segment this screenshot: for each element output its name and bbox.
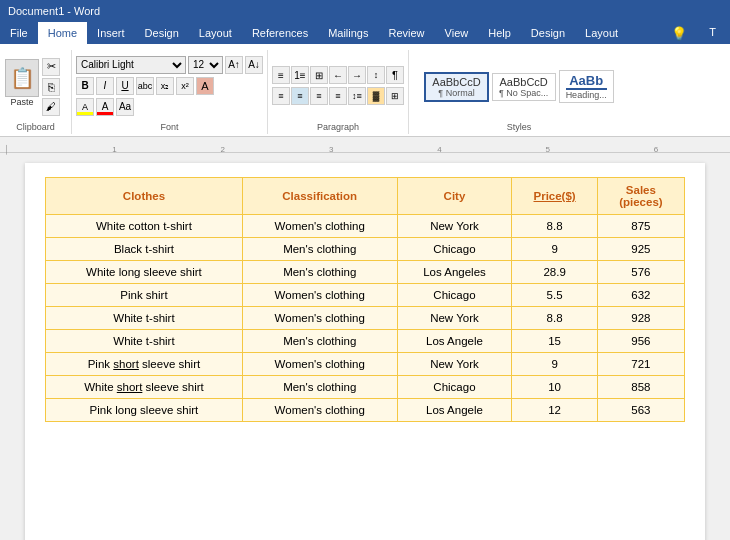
cell-city: New York [397, 307, 512, 330]
menu-layout[interactable]: Layout [189, 22, 242, 44]
numbering-button[interactable]: 1≡ [291, 66, 309, 84]
cell-sales: 721 [597, 353, 684, 376]
title-text: Document1 - Word [8, 5, 100, 17]
data-table: Clothes Classification City Price($) Sal… [45, 177, 685, 422]
paragraph-section: ≡ 1≡ ⊞ ← → ↕ ¶ ≡ ≡ ≡ ≡ ↕≡ ▓ ⊞ [268, 50, 409, 134]
cell-classification: Men's clothing [242, 238, 397, 261]
menu-light-icon[interactable]: 💡 [661, 24, 697, 43]
cell-classification: Women's clothing [242, 307, 397, 330]
cell-city: Chicago [397, 238, 512, 261]
cell-clothes: White long sleeve shirt [46, 261, 243, 284]
cell-city: Chicago [397, 284, 512, 307]
cell-city: New York [397, 215, 512, 238]
bold-button[interactable]: B [76, 77, 94, 95]
font-name-select[interactable]: Calibri Light [76, 56, 186, 74]
styles-controls: AaBbCcD ¶ Normal AaBbCcD ¶ No Spac... Aa… [413, 52, 625, 121]
style-nospace[interactable]: AaBbCcD ¶ No Spac... [492, 73, 556, 101]
font-controls: Calibri Light 12 A↑ A↓ B I U abc x₂ x² A [76, 52, 263, 121]
decrease-font-button[interactable]: A↓ [245, 56, 263, 74]
line-spacing-button[interactable]: ↕≡ [348, 87, 366, 105]
menu-extra[interactable]: T [699, 24, 726, 40]
cell-city: New York [397, 353, 512, 376]
italic-button[interactable]: I [96, 77, 114, 95]
cell-clothes: White t-shirt [46, 307, 243, 330]
cell-sales: 858 [597, 376, 684, 399]
align-right-button[interactable]: ≡ [310, 87, 328, 105]
table-row: Pink shirtWomen's clothingChicago5.5632 [46, 284, 685, 307]
header-sales: Sales(pieces) [597, 178, 684, 215]
menu-insert[interactable]: Insert [87, 22, 135, 44]
font-section: Calibri Light 12 A↑ A↓ B I U abc x₂ x² A [72, 50, 268, 134]
styles-section: AaBbCcD ¶ Normal AaBbCcD ¶ No Spac... Aa… [409, 50, 629, 134]
format-painter-button[interactable]: 🖌 [42, 98, 60, 116]
clipboard-label: Clipboard [4, 121, 67, 134]
increase-font-button[interactable]: A↑ [225, 56, 243, 74]
cell-city: Los Angele [397, 330, 512, 353]
subscript-button[interactable]: x₂ [156, 77, 174, 95]
underline-button[interactable]: U [116, 77, 134, 95]
decrease-indent-button[interactable]: ← [329, 66, 347, 84]
header-classification: Classification [242, 178, 397, 215]
text-highlight-button[interactable]: A [76, 98, 94, 116]
sort-button[interactable]: ↕ [367, 66, 385, 84]
menu-bar: File Home Insert Design Layout Reference… [0, 22, 730, 44]
table-row: White long sleeve shirtMen's clothingLos… [46, 261, 685, 284]
show-marks-button[interactable]: ¶ [386, 66, 404, 84]
cell-price: 10 [512, 376, 597, 399]
shading-button[interactable]: ▓ [367, 87, 385, 105]
table-row: White t-shirtMen's clothingLos Angele159… [46, 330, 685, 353]
style-normal[interactable]: AaBbCcD ¶ Normal [424, 72, 488, 102]
style-heading1[interactable]: AaBb Heading... [559, 70, 614, 103]
cut-button[interactable]: ✂ [42, 58, 60, 76]
font-color-button[interactable]: A [96, 98, 114, 116]
cell-classification: Men's clothing [242, 261, 397, 284]
menu-references[interactable]: References [242, 22, 318, 44]
cell-city: Chicago [397, 376, 512, 399]
menu-design2[interactable]: Design [521, 22, 575, 44]
clipboard-section: 📋 Paste ✂ ⎘ 🖌 Clipboard [0, 50, 72, 134]
superscript-button[interactable]: x² [176, 77, 194, 95]
font-size-select[interactable]: 12 [188, 56, 223, 74]
menu-view[interactable]: View [435, 22, 479, 44]
justify-button[interactable]: ≡ [329, 87, 347, 105]
cell-clothes: Pink long sleeve shirt [46, 399, 243, 422]
styles-label: Styles [413, 121, 625, 134]
paste-button[interactable]: 📋 Paste [4, 58, 40, 116]
cell-clothes: Black t-shirt [46, 238, 243, 261]
table-row: White short sleeve shirtMen's clothingCh… [46, 376, 685, 399]
change-case-button[interactable]: Aa [116, 98, 134, 116]
cell-price: 8.8 [512, 307, 597, 330]
bullets-button[interactable]: ≡ [272, 66, 290, 84]
cell-classification: Women's clothing [242, 284, 397, 307]
cell-classification: Men's clothing [242, 330, 397, 353]
copy-button[interactable]: ⎘ [42, 78, 60, 96]
menu-mailings[interactable]: Mailings [318, 22, 378, 44]
cell-classification: Men's clothing [242, 376, 397, 399]
strikethrough-button[interactable]: abc [136, 77, 154, 95]
menu-design[interactable]: Design [135, 22, 189, 44]
cell-price: 8.8 [512, 215, 597, 238]
menu-file[interactable]: File [0, 22, 38, 44]
align-left-button[interactable]: ≡ [272, 87, 290, 105]
menu-home[interactable]: Home [38, 22, 87, 44]
table-row: Pink short sleeve shirtWomen's clothingN… [46, 353, 685, 376]
increase-indent-button[interactable]: → [348, 66, 366, 84]
document-area: Clothes Classification City Price($) Sal… [0, 153, 730, 540]
table-row: White t-shirtWomen's clothingNew York8.8… [46, 307, 685, 330]
menu-layout2[interactable]: Layout [575, 22, 628, 44]
cell-clothes: White short sleeve shirt [46, 376, 243, 399]
header-price: Price($) [512, 178, 597, 215]
multilevel-button[interactable]: ⊞ [310, 66, 328, 84]
paragraph-label: Paragraph [272, 121, 404, 134]
cell-clothes: Pink short sleeve shirt [46, 353, 243, 376]
cell-city: Los Angele [397, 399, 512, 422]
menu-review[interactable]: Review [379, 22, 435, 44]
borders-button[interactable]: ⊞ [386, 87, 404, 105]
menu-help[interactable]: Help [478, 22, 521, 44]
clipboard-controls: 📋 Paste ✂ ⎘ 🖌 [4, 52, 67, 121]
header-clothes: Clothes [46, 178, 243, 215]
cell-sales: 563 [597, 399, 684, 422]
align-center-button[interactable]: ≡ [291, 87, 309, 105]
clear-format-button[interactable]: A [196, 77, 214, 95]
cell-city: Los Angeles [397, 261, 512, 284]
